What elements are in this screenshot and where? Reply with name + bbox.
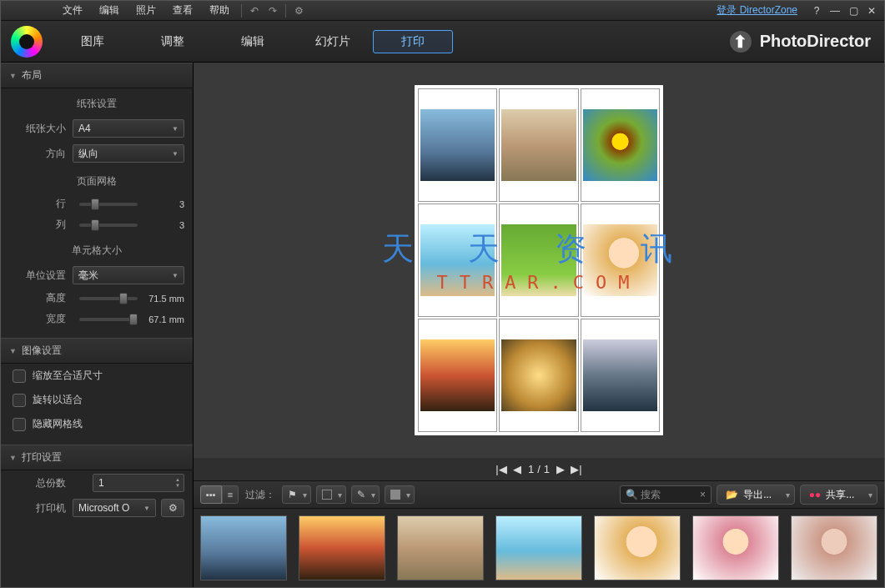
settings-icon[interactable]: ⚙: [289, 3, 308, 18]
undo-icon[interactable]: ↶: [245, 3, 264, 18]
label-rows: 行: [9, 197, 73, 211]
square-icon: [322, 490, 332, 500]
grid-cell[interactable]: [499, 204, 578, 317]
close-icon[interactable]: ✕: [864, 5, 879, 17]
sidebar: ▼布局 纸张设置 纸张大小 A4 方向 纵向 页面网格 行 3 列 3 单元格大…: [1, 63, 194, 587]
section-cell: 单元格大小: [1, 235, 193, 263]
label-unit: 单位设置: [9, 269, 73, 283]
filmstrip: [194, 509, 884, 587]
select-unit[interactable]: 毫米: [73, 266, 184, 284]
spinner-copies[interactable]: 1: [93, 474, 184, 492]
value-height: 71.5 mm: [144, 294, 184, 304]
slider-rows[interactable]: [79, 203, 138, 206]
tab-print[interactable]: 打印: [373, 30, 453, 53]
maximize-icon[interactable]: ▢: [846, 5, 861, 17]
filmstrip-item[interactable]: [692, 515, 779, 580]
print-page: [415, 85, 663, 435]
label-printer: 打印机: [9, 501, 73, 515]
panel-print[interactable]: ▼打印设置: [1, 445, 193, 470]
search-input[interactable]: 🔍 搜索 ×: [620, 485, 712, 504]
select-printer[interactable]: Microsoft O: [73, 499, 156, 517]
grid-cell[interactable]: [499, 88, 578, 202]
filmstrip-item[interactable]: [495, 515, 582, 580]
filter-brush[interactable]: ✎: [351, 485, 380, 504]
help-icon[interactable]: ?: [809, 5, 824, 17]
view-grid-icon[interactable]: ▪▪▪: [200, 485, 222, 504]
filmstrip-item[interactable]: [299, 515, 385, 580]
tab-edit[interactable]: 编辑: [213, 29, 293, 54]
value-rows: 3: [144, 199, 184, 209]
view-list-icon[interactable]: ≡: [222, 485, 239, 504]
value-width: 67.1 mm: [144, 314, 184, 324]
label-width: 宽度: [9, 312, 73, 326]
minimize-icon[interactable]: —: [827, 5, 842, 17]
panel-image[interactable]: ▼图像设置: [1, 338, 193, 364]
tab-library[interactable]: 图库: [53, 29, 133, 54]
pager-last-icon[interactable]: ▶|: [571, 463, 581, 475]
menu-edit[interactable]: 编辑: [91, 2, 128, 19]
pager: |◀ ◀ 1/1 ▶ ▶|: [194, 458, 884, 480]
filmstrip-item[interactable]: [397, 515, 484, 580]
app-logo: [1, 21, 53, 63]
grid-cell[interactable]: [581, 319, 660, 432]
grid-cell[interactable]: [581, 88, 660, 202]
login-link[interactable]: 登录 DirectorZone: [717, 3, 797, 18]
grid-cell[interactable]: [581, 204, 660, 317]
pager-prev-icon[interactable]: ◀: [513, 463, 521, 475]
menu-view[interactable]: 查看: [164, 2, 201, 19]
brand-logo: ⬆ PhotoDirector: [730, 31, 884, 53]
checkbox-hide-grid[interactable]: 隐藏网格线: [1, 412, 193, 436]
menu-file[interactable]: 文件: [54, 2, 91, 19]
share-icon: ●●: [809, 489, 822, 500]
export-icon: 📂: [726, 489, 738, 500]
label-paper-size: 纸张大小: [9, 122, 73, 136]
header: 图库 调整 编辑 幻灯片 打印 ⬆ PhotoDirector: [1, 21, 884, 63]
menu-help[interactable]: 帮助: [201, 2, 238, 19]
slider-cols[interactable]: [79, 224, 138, 227]
tab-slideshow[interactable]: 幻灯片: [293, 29, 373, 54]
pager-total: 1: [544, 463, 550, 475]
filmstrip-item[interactable]: [594, 515, 681, 580]
redo-icon[interactable]: ↷: [264, 3, 282, 18]
clear-search-icon[interactable]: ×: [700, 489, 706, 500]
pager-first-icon[interactable]: |◀: [495, 463, 506, 475]
label-orientation: 方向: [9, 147, 73, 161]
grid-cell[interactable]: [418, 88, 497, 202]
slider-height[interactable]: [79, 297, 138, 300]
label-cols: 列: [9, 218, 73, 232]
tab-adjust[interactable]: 调整: [133, 29, 213, 54]
checkbox-rotate[interactable]: 旋转以适合: [1, 388, 193, 412]
checkbox-fit[interactable]: 缩放至合适尺寸: [1, 364, 193, 388]
upload-icon[interactable]: ⬆: [730, 31, 752, 53]
bottom-toolbar: ▪▪▪ ≡ 过滤： ⚑ ✎ 🔍 搜索 × 📂导出... ●●共享...: [194, 480, 884, 509]
share-button[interactable]: ●●共享...: [800, 485, 877, 505]
filter-label: 过滤：: [245, 488, 275, 502]
slider-width[interactable]: [79, 318, 138, 321]
pager-current: 1: [528, 463, 534, 475]
section-paper: 纸张设置: [1, 88, 193, 116]
panel-layout[interactable]: ▼布局: [1, 63, 193, 88]
export-button[interactable]: 📂导出...: [717, 485, 795, 505]
main-panel: 天 天 资 讯 TTRAR.COM |◀ ◀ 1/1 ▶ ▶| ▪▪▪ ≡ 过滤…: [194, 63, 884, 587]
filmstrip-item[interactable]: [200, 515, 287, 580]
filter-label-dd[interactable]: [316, 485, 346, 504]
printer-settings-icon[interactable]: ⚙: [161, 499, 184, 517]
menu-photo[interactable]: 照片: [128, 2, 164, 19]
filter-flag[interactable]: ⚑: [282, 485, 311, 504]
menubar: 文件 编辑 照片 查看 帮助 ↶ ↷ ⚙ 登录 DirectorZone ? —…: [1, 1, 884, 21]
color-swatch-icon: [390, 490, 400, 500]
filmstrip-item[interactable]: [791, 515, 877, 580]
brush-icon: ✎: [357, 489, 365, 500]
select-paper-size[interactable]: A4: [73, 119, 184, 138]
filter-color[interactable]: [385, 485, 415, 504]
section-grid: 页面网格: [1, 166, 193, 193]
grid-cell[interactable]: [418, 319, 497, 432]
preview-area: 天 天 资 讯 TTRAR.COM: [194, 63, 884, 458]
select-orientation[interactable]: 纵向: [73, 144, 184, 163]
grid-cell[interactable]: [499, 319, 578, 432]
search-icon: 🔍: [626, 489, 638, 500]
value-cols: 3: [144, 220, 184, 230]
label-copies: 总份数: [9, 476, 73, 490]
grid-cell[interactable]: [418, 204, 497, 317]
pager-next-icon[interactable]: ▶: [556, 463, 565, 475]
